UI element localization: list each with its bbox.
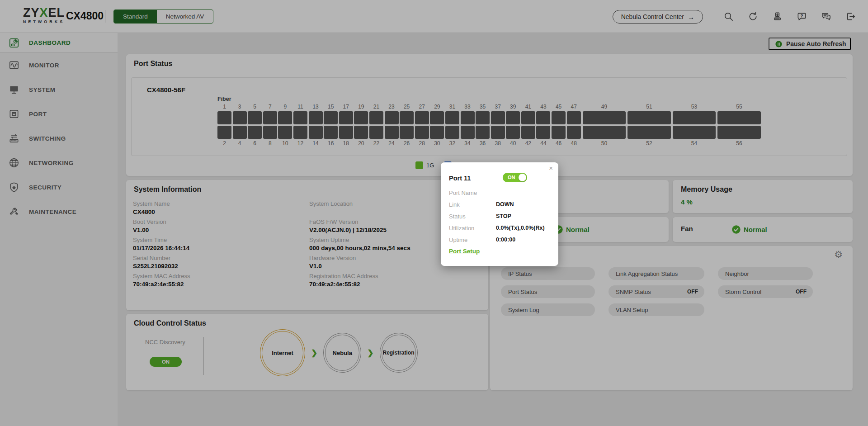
popup-row-port-name: Port Name — [449, 189, 551, 201]
popup-row-value: 0:00:00 — [496, 237, 515, 248]
popup-row-uptime: Uptime0:00:00 — [449, 237, 551, 248]
port-detail-popup: × Port 11 ON Port NameLinkDOWNStatusSTOP… — [441, 162, 558, 266]
popup-row-value: DOWN — [496, 201, 514, 213]
popup-row-value: STOP — [496, 213, 511, 225]
popup-row-label: Port Name — [449, 189, 496, 201]
port-on-off-toggle[interactable]: ON — [503, 173, 527, 182]
toggle-state-label: ON — [508, 175, 515, 180]
popup-row-label: Utilization — [449, 225, 496, 237]
popup-row-value: 0.0%(Tx),0.0%(Rx) — [496, 225, 545, 237]
popup-row-label: Status — [449, 213, 496, 225]
toggle-knob — [519, 174, 526, 181]
popup-port-title: Port 11 — [449, 175, 471, 182]
popup-row-status: StatusSTOP — [449, 213, 551, 225]
popup-row-utilization: Utilization0.0%(Tx),0.0%(Rx) — [449, 225, 551, 237]
popup-row-label: Link — [449, 201, 496, 213]
modal-dim-overlay[interactable] — [0, 0, 868, 426]
close-icon[interactable]: × — [549, 164, 553, 172]
port-setup-link[interactable]: Port Setup — [449, 248, 480, 255]
popup-detail-rows: Port NameLinkDOWNStatusSTOPUtilization0.… — [449, 189, 551, 248]
popup-row-link: LinkDOWN — [449, 201, 551, 213]
popup-row-label: Uptime — [449, 237, 496, 248]
